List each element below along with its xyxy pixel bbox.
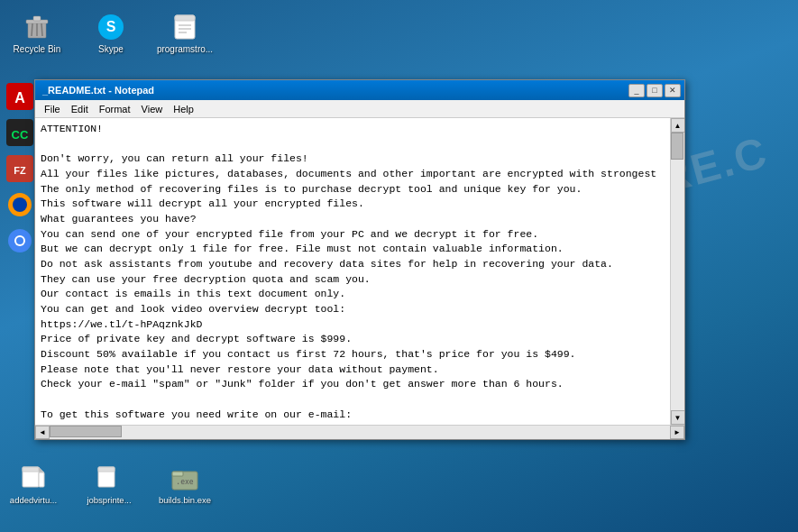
programstro-icon: [170, 13, 199, 41]
menu-format[interactable]: Format: [94, 103, 136, 115]
title-bar: _README.txt - Notepad _ □ ✕: [35, 80, 684, 100]
scroll-thumb[interactable]: [671, 133, 683, 160]
recycle-bin-label: Recycle Bin: [14, 44, 61, 55]
menu-view[interactable]: View: [136, 103, 169, 115]
window-controls: _ □ ✕: [628, 84, 681, 97]
sidebar-ccleaner[interactable]: CC: [5, 117, 35, 148]
hscroll-track[interactable]: [50, 426, 670, 439]
scroll-right-button[interactable]: ►: [670, 426, 684, 439]
horizontal-scrollbar: ◄ ►: [35, 425, 684, 439]
svg-rect-27: [39, 472, 44, 487]
svg-line-5: [41, 23, 42, 36]
skype-label: Skype: [98, 44, 124, 55]
svg-rect-29: [98, 467, 115, 472]
svg-text:FZ: FZ: [14, 165, 26, 176]
skype-icon: S: [96, 13, 125, 41]
svg-rect-31: [172, 472, 183, 476]
desktop-icon-recycle-bin[interactable]: Recycle Bin: [5, 9, 69, 59]
desktop-bottom-icons: addedvirtu... jobsprinte... .exe builds.…: [5, 464, 214, 505]
menu-file[interactable]: File: [39, 103, 66, 115]
sidebar-app-icons: A CC FZ: [5, 81, 35, 256]
svg-marker-26: [39, 467, 44, 472]
desktop-top-icons: Recycle Bin S Skype programstro...: [0, 5, 222, 63]
maximize-button[interactable]: □: [647, 84, 663, 97]
scroll-up-button[interactable]: ▲: [671, 118, 685, 133]
scroll-left-button[interactable]: ◄: [35, 426, 50, 439]
hscroll-thumb[interactable]: [50, 426, 122, 437]
minimize-button[interactable]: _: [628, 84, 645, 97]
svg-rect-2: [33, 16, 41, 21]
sidebar-firefox[interactable]: [5, 189, 35, 220]
added-virtu-label: addedvirtu...: [10, 495, 57, 505]
desktop-icon-programstro[interactable]: programstro...: [152, 9, 217, 59]
window-title: _README.txt - Notepad: [39, 85, 628, 96]
desktop-icon-skype[interactable]: S Skype: [78, 9, 143, 59]
svg-text:S: S: [106, 19, 116, 34]
svg-text:A: A: [14, 90, 25, 105]
notepad-text[interactable]: ATTENTION! Don't worry, you can return a…: [35, 118, 670, 425]
added-virtu-icon: [19, 464, 48, 493]
jobsprinter-icon: [95, 464, 124, 493]
svg-text:.exe: .exe: [176, 478, 193, 486]
builds-bin-icon: .exe: [170, 464, 199, 493]
svg-point-23: [16, 237, 23, 244]
menu-edit[interactable]: Edit: [66, 103, 94, 115]
builds-bin-label: builds.bin.exe: [159, 495, 211, 505]
sidebar-chrome[interactable]: [5, 225, 35, 256]
svg-rect-9: [175, 15, 195, 21]
menu-help[interactable]: Help: [168, 103, 199, 115]
sidebar-filezilla[interactable]: FZ: [5, 153, 35, 184]
desktop-icon-added-virtu[interactable]: addedvirtu...: [5, 464, 62, 505]
notepad-window: _README.txt - Notepad _ □ ✕ File Edit Fo…: [34, 79, 685, 440]
close-button[interactable]: ✕: [665, 84, 681, 97]
content-area: ATTENTION! Don't worry, you can return a…: [35, 118, 684, 425]
svg-line-3: [32, 23, 32, 36]
scroll-down-button[interactable]: ▼: [671, 410, 685, 425]
vertical-scrollbar: ▲ ▼: [670, 118, 684, 425]
jobsprinter-label: jobsprinte...: [87, 495, 131, 505]
sidebar-acrobat[interactable]: A: [5, 81, 35, 112]
scroll-track[interactable]: [671, 133, 684, 410]
svg-text:CC: CC: [12, 128, 29, 142]
svg-rect-25: [23, 467, 39, 472]
desktop-icon-builds-bin[interactable]: .exe builds.bin.exe: [156, 464, 214, 505]
desktop-icon-jobsprinter[interactable]: jobsprinte...: [80, 464, 138, 505]
programstro-label: programstro...: [157, 44, 213, 55]
svg-point-20: [13, 197, 27, 212]
recycle-bin-icon: [23, 13, 51, 41]
menu-bar: File Edit Format View Help: [35, 100, 684, 118]
